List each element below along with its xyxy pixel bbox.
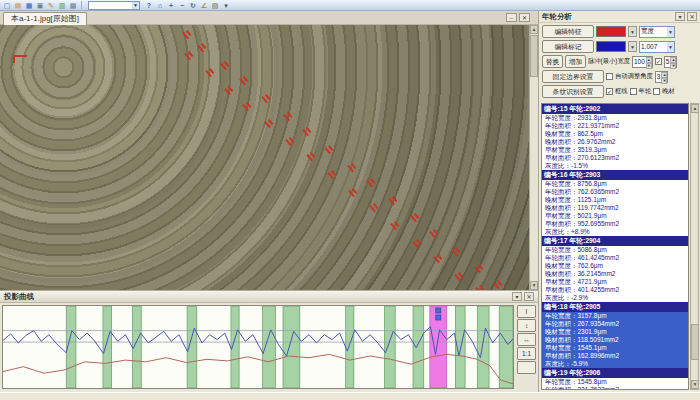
ring-item-header[interactable]: 编号:15 年轮:2902 — [542, 104, 688, 114]
tool-fit-height[interactable]: ↕ — [517, 319, 536, 332]
pin-icon[interactable]: ▾ — [675, 12, 685, 21]
close-icon[interactable]: ✕ — [524, 292, 534, 301]
chevron-down-icon[interactable]: ▼ — [667, 42, 674, 52]
ring-list-item[interactable]: 编号:19 年轮:2906年轮宽度：1545.8μm年轮面积：231.7622m… — [542, 368, 688, 390]
grid-icon[interactable]: ▩ — [68, 1, 78, 10]
ring-list-item[interactable]: 编号:15 年轮:2902年轮宽度：2931.8μm年轮面积：221.9371m… — [542, 104, 688, 170]
histogram-icon[interactable]: ▥ — [57, 1, 67, 10]
new-icon[interactable]: ▢ — [2, 1, 12, 10]
auto-angle-spinner[interactable]: 3 ▲▼ — [655, 71, 669, 83]
close-icon[interactable]: ✕ — [519, 13, 530, 22]
ring-annotation-mark — [326, 168, 338, 180]
projection-panel-header: 投影曲线 ▾ ✕ — [0, 291, 538, 303]
projection-chart[interactable] — [2, 305, 514, 389]
edit-icon[interactable]: ✎ — [46, 1, 56, 10]
tool-pointer[interactable]: I — [517, 305, 536, 318]
ring-band[interactable] — [263, 306, 276, 388]
projection-panel-title: 投影曲线 — [4, 291, 510, 302]
spin-down-icon[interactable]: ▼ — [670, 63, 676, 69]
earlywood-color-swatch[interactable] — [596, 26, 626, 37]
scroll-up-icon[interactable]: ▲ — [691, 104, 699, 113]
save-icon[interactable]: ▦ — [24, 1, 34, 10]
ring-band[interactable] — [283, 306, 300, 388]
stripe-detect-button[interactable]: 条纹识别设置 — [542, 85, 604, 98]
ring-item-header[interactable]: 编号:19 年轮:2906 — [542, 368, 688, 378]
image-tab[interactable]: 本a-1-1.jpg[原始图] — [3, 12, 87, 25]
scroll-down-icon[interactable]: ▼ — [530, 281, 538, 290]
ring-band[interactable] — [103, 306, 112, 388]
scrollbar-thumb[interactable] — [691, 324, 699, 360]
ring-list-scrollbar[interactable]: ▲ ▼ — [690, 103, 699, 390]
ring-measurement-row: 年轮宽度：5086.8μm — [542, 246, 688, 254]
scrollbar-thumb[interactable] — [530, 35, 538, 77]
close-icon[interactable]: ✕ — [687, 12, 697, 21]
wood-sample-image[interactable] — [0, 25, 529, 290]
selected-band-handle[interactable] — [436, 315, 441, 320]
tool-fit-width[interactable]: ↔ — [517, 333, 536, 346]
spin-down-icon[interactable]: ▼ — [646, 63, 652, 69]
zoom-out-icon[interactable]: − — [177, 1, 187, 10]
more-dropdown-icon[interactable]: ▾ — [221, 1, 231, 10]
ring-annotation-mark — [263, 117, 275, 129]
ring-annotation-mark — [411, 237, 423, 249]
chevron-down-icon[interactable]: ▼ — [132, 2, 139, 9]
pin-icon[interactable]: ▾ — [512, 292, 522, 301]
ring-measurement-row: 早材宽度：3519.3μm — [542, 146, 688, 154]
ring-analysis-panel: 年轮分析 ▾ ✕ 编辑特征 ▼ 宽度 ▼ 编辑标记 ▼ 1.007 ▼ — [538, 11, 700, 392]
spin-down-icon[interactable]: ▼ — [661, 78, 667, 84]
ring-list-item[interactable]: 编号:16 年轮:2903年轮宽度：8756.8μm年轮面积：762.6365m… — [542, 170, 688, 236]
measure-icon[interactable]: ∠ — [199, 1, 209, 10]
minimize-icon[interactable]: – — [506, 13, 517, 22]
ring-list-item[interactable]: 编号:17 年轮:2904年轮宽度：5086.8μm年轮面积：461.4245m… — [542, 236, 688, 302]
chevron-down-icon[interactable]: ▼ — [628, 41, 637, 52]
help-icon[interactable]: ? — [144, 1, 154, 10]
toolbar-combo[interactable]: ▼ — [88, 1, 140, 10]
ring-list-item-selected[interactable]: 编号:18 年轮:2905年轮宽度：3157.8μm年轮面积：267.9354m… — [542, 302, 688, 368]
edit-feature-button[interactable]: 编辑特征 — [542, 25, 594, 38]
latewood-checkbox[interactable] — [653, 88, 660, 95]
image-window: ▲ ▼ — [0, 25, 538, 290]
replace-button[interactable]: 替换 — [542, 55, 563, 68]
chevron-down-icon[interactable]: ▼ — [628, 26, 637, 37]
add-button[interactable]: 增加 — [565, 55, 586, 68]
ring-measurement-row: 年轮宽度：2931.8μm — [542, 114, 688, 122]
mode-combo[interactable]: 宽度 ▼ — [639, 26, 675, 38]
ring-item-header[interactable]: 编号:17 年轮:2904 — [542, 236, 688, 246]
ring-measurement-row: 早材面积：162.8996mm2 — [542, 352, 688, 360]
pulse-count-spinner[interactable]: 5 ▲▼ — [664, 56, 678, 68]
ring-band[interactable] — [413, 306, 424, 388]
ring-measurement-row: 晚材宽度：862.5μm — [542, 130, 688, 138]
image-vertical-scrollbar[interactable]: ▲ ▼ — [529, 25, 538, 290]
auto-angle-checkbox[interactable] — [606, 73, 613, 80]
print-icon[interactable]: ▣ — [35, 1, 45, 10]
ring-measurement-row: 灰度比：-1.5% — [542, 162, 688, 170]
ring-checkbox[interactable] — [630, 88, 637, 95]
scroll-up-icon[interactable]: ▲ — [530, 25, 538, 34]
latewood-color-swatch[interactable] — [596, 41, 626, 52]
ring-item-header[interactable]: 编号:16 年轮:2903 — [542, 170, 688, 180]
ring-band[interactable] — [477, 306, 489, 388]
frame-checkbox[interactable]: ✓ — [606, 88, 613, 95]
ring-measurement-list[interactable]: 编号:15 年轮:2902年轮宽度：2931.8μm年轮面积：221.9371m… — [541, 103, 689, 390]
rotate-icon[interactable]: ↻ — [188, 1, 198, 10]
ring-band[interactable] — [346, 306, 354, 388]
ring-item-header[interactable]: 编号:18 年轮:2905 — [542, 302, 688, 312]
zoom-in-icon[interactable]: + — [166, 1, 176, 10]
fixed-boundary-button[interactable]: 固定边界设置 — [542, 70, 604, 83]
tool-actual-size[interactable]: 1:1 — [517, 347, 536, 360]
ring-band[interactable] — [384, 306, 395, 388]
ring-band[interactable] — [499, 306, 513, 388]
chevron-down-icon[interactable]: ▼ — [667, 27, 674, 37]
scroll-down-icon[interactable]: ▼ — [691, 380, 699, 389]
ring-annotation-mark — [348, 186, 360, 198]
home-icon[interactable]: ⌂ — [155, 1, 165, 10]
scale-combo[interactable]: 1.007 ▼ — [639, 41, 675, 53]
image-icon[interactable]: ▧ — [210, 1, 220, 10]
edit-mark-button[interactable]: 编辑标记 — [542, 40, 594, 53]
open-icon[interactable]: ▤ — [13, 1, 23, 10]
latewood-checkbox-label: 晚材 — [662, 87, 675, 96]
tool-blank[interactable] — [517, 361, 536, 374]
pulse-checkbox[interactable]: ✓ — [655, 58, 662, 65]
pulse-width-spinner[interactable]: 100 ▲▼ — [632, 56, 653, 68]
selected-band-handle[interactable] — [436, 308, 441, 313]
